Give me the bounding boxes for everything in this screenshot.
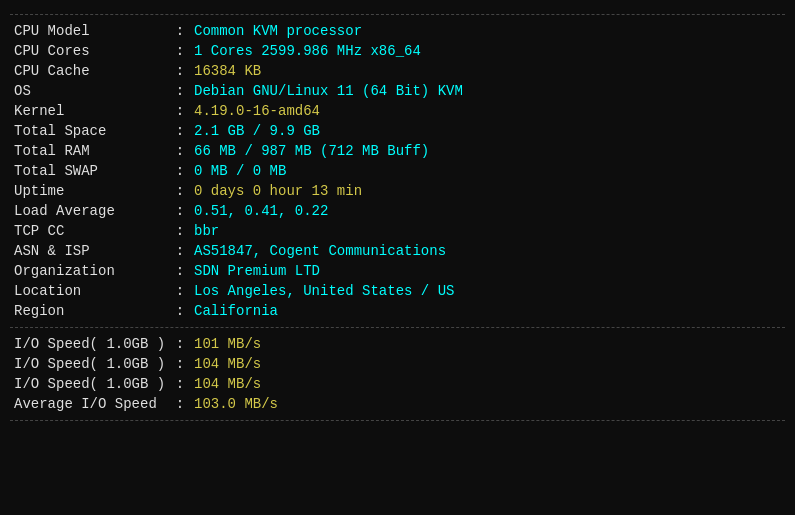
io-info-table: I/O Speed( 1.0GB ):101 MB/sI/O Speed( 1.…: [10, 334, 785, 414]
table-row: CPU Cores:1 Cores 2599.986 MHz x86_64: [10, 41, 785, 61]
row-colon: :: [170, 141, 190, 161]
row-colon: :: [170, 101, 190, 121]
row-label: CPU Model: [10, 21, 170, 41]
row-colon: :: [170, 394, 190, 414]
row-value: 104 MB/s: [190, 354, 785, 374]
row-colon: :: [170, 221, 190, 241]
row-value: Debian GNU/Linux 11 (64 Bit) KVM: [190, 81, 785, 101]
table-row: TCP CC:bbr: [10, 221, 785, 241]
row-label: Organization: [10, 261, 170, 281]
row-label: Region: [10, 301, 170, 321]
row-colon: :: [170, 81, 190, 101]
row-label: CPU Cores: [10, 41, 170, 61]
row-value: Common KVM processor: [190, 21, 785, 41]
row-colon: :: [170, 241, 190, 261]
row-colon: :: [170, 201, 190, 221]
row-colon: :: [170, 41, 190, 61]
row-label: I/O Speed( 1.0GB ): [10, 354, 170, 374]
row-label: Total SWAP: [10, 161, 170, 181]
row-value: 0 days 0 hour 13 min: [190, 181, 785, 201]
table-row: ASN & ISP:AS51847, Cogent Communications: [10, 241, 785, 261]
table-row: I/O Speed( 1.0GB ):104 MB/s: [10, 374, 785, 394]
row-label: Average I/O Speed: [10, 394, 170, 414]
row-colon: :: [170, 281, 190, 301]
table-row: CPU Model:Common KVM processor: [10, 21, 785, 41]
row-value: 104 MB/s: [190, 374, 785, 394]
row-value: SDN Premium LTD: [190, 261, 785, 281]
row-label: Total RAM: [10, 141, 170, 161]
table-row: Total RAM:66 MB / 987 MB (712 MB Buff): [10, 141, 785, 161]
row-value: California: [190, 301, 785, 321]
row-colon: :: [170, 161, 190, 181]
table-row: OS:Debian GNU/Linux 11 (64 Bit) KVM: [10, 81, 785, 101]
row-colon: :: [170, 261, 190, 281]
top-divider: [10, 14, 785, 15]
table-row: Load Average:0.51, 0.41, 0.22: [10, 201, 785, 221]
table-row: Region:California: [10, 301, 785, 321]
table-row: Total SWAP:0 MB / 0 MB: [10, 161, 785, 181]
row-colon: :: [170, 301, 190, 321]
row-value: 2.1 GB / 9.9 GB: [190, 121, 785, 141]
table-row: I/O Speed( 1.0GB ):104 MB/s: [10, 354, 785, 374]
row-label: Location: [10, 281, 170, 301]
system-info-table: CPU Model:Common KVM processorCPU Cores:…: [10, 21, 785, 321]
row-value: 0 MB / 0 MB: [190, 161, 785, 181]
table-row: Location:Los Angeles, United States / US: [10, 281, 785, 301]
table-row: I/O Speed( 1.0GB ):101 MB/s: [10, 334, 785, 354]
row-colon: :: [170, 61, 190, 81]
row-value: 1 Cores 2599.986 MHz x86_64: [190, 41, 785, 61]
row-value: 101 MB/s: [190, 334, 785, 354]
row-label: Load Average: [10, 201, 170, 221]
row-label: Total Space: [10, 121, 170, 141]
row-label: Uptime: [10, 181, 170, 201]
table-row: Average I/O Speed:103.0 MB/s: [10, 394, 785, 414]
row-label: I/O Speed( 1.0GB ): [10, 374, 170, 394]
row-value: 0.51, 0.41, 0.22: [190, 201, 785, 221]
row-value: AS51847, Cogent Communications: [190, 241, 785, 261]
row-colon: :: [170, 181, 190, 201]
row-label: Kernel: [10, 101, 170, 121]
table-row: CPU Cache:16384 KB: [10, 61, 785, 81]
row-value: 16384 KB: [190, 61, 785, 81]
bottom-divider: [10, 420, 785, 421]
row-colon: :: [170, 21, 190, 41]
table-row: Total Space:2.1 GB / 9.9 GB: [10, 121, 785, 141]
row-label: TCP CC: [10, 221, 170, 241]
row-label: I/O Speed( 1.0GB ): [10, 334, 170, 354]
row-value: 103.0 MB/s: [190, 394, 785, 414]
row-colon: :: [170, 121, 190, 141]
row-value: Los Angeles, United States / US: [190, 281, 785, 301]
row-label: CPU Cache: [10, 61, 170, 81]
table-row: Uptime:0 days 0 hour 13 min: [10, 181, 785, 201]
middle-divider: [10, 327, 785, 328]
row-value: 66 MB / 987 MB (712 MB Buff): [190, 141, 785, 161]
table-row: Kernel:4.19.0-16-amd64: [10, 101, 785, 121]
row-colon: :: [170, 334, 190, 354]
row-value: bbr: [190, 221, 785, 241]
row-label: ASN & ISP: [10, 241, 170, 261]
row-colon: :: [170, 374, 190, 394]
row-label: OS: [10, 81, 170, 101]
row-value: 4.19.0-16-amd64: [190, 101, 785, 121]
row-colon: :: [170, 354, 190, 374]
table-row: Organization:SDN Premium LTD: [10, 261, 785, 281]
main-container: CPU Model:Common KVM processorCPU Cores:…: [0, 0, 795, 515]
